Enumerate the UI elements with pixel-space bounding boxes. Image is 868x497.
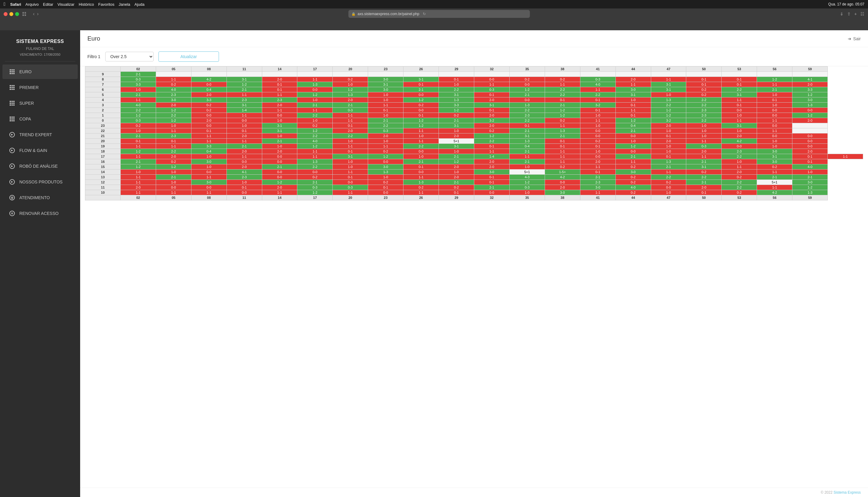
logout-button[interactable]: ➔ Sair xyxy=(848,36,861,41)
table-cell: 0-1 xyxy=(509,123,545,128)
table-cell: 1-2 xyxy=(297,92,333,98)
download-icon[interactable]: ⇓ xyxy=(840,12,843,16)
table-cell: 1-2 xyxy=(120,113,156,118)
table-cell: 0-0 xyxy=(333,180,368,185)
table-cell: 1-1 xyxy=(333,170,368,175)
table-cell: 1-1 xyxy=(757,128,792,133)
table-cell: 2-0 xyxy=(262,103,297,108)
table-cell: 2-2 xyxy=(120,108,156,113)
table-cell: 3-2 xyxy=(651,118,686,123)
col-footer: 11 xyxy=(226,195,262,200)
table-cell: 1-3 xyxy=(297,82,333,87)
table-cell: 0-3 xyxy=(686,144,722,149)
sidebar-label-nossos-produtos: NOSSOS PRODUTOS xyxy=(19,180,63,184)
table-cell: 0-2 xyxy=(156,82,191,87)
table-cell: 3-1 xyxy=(651,87,686,92)
menu-editar[interactable]: Editar xyxy=(43,2,53,7)
content-footer: © 2022 Sistema Express xyxy=(80,488,868,497)
table-cell: 0-2 xyxy=(509,77,545,82)
refresh-button[interactable]: ↻ xyxy=(423,12,426,16)
col-header: 08 xyxy=(191,67,226,72)
table-cell: 2-1 xyxy=(403,159,439,164)
table-cell: 1-2 xyxy=(403,123,439,128)
sidebar-item-super[interactable]: SUPER xyxy=(2,96,78,111)
table-cell: 2-1 xyxy=(792,175,828,180)
table-cell: 2-0 xyxy=(262,149,297,154)
table-cell: 2-1 xyxy=(509,92,545,98)
svg-rect-46 xyxy=(11,212,13,214)
table-cell: 1-1 xyxy=(545,154,580,159)
table-cell: 2-1 xyxy=(226,144,262,149)
row-label: 9 xyxy=(85,72,121,77)
table-cell: 4-2 xyxy=(191,77,226,82)
table-cell: 4-0 xyxy=(297,139,333,144)
forward-button[interactable]: › xyxy=(37,11,39,17)
sidebar-item-nossos-produtos[interactable]: NOSSOS PRODUTOS xyxy=(2,175,78,189)
url-text: axs.sistemaexpress.com.br/painel.php xyxy=(357,12,419,16)
sidebar-item-copa[interactable]: COPA xyxy=(2,112,78,126)
table-cell: 1-1 xyxy=(368,103,403,108)
table-cell: 1-3 xyxy=(509,103,545,108)
browser-nav: ‹ › xyxy=(33,11,39,17)
menu-safari[interactable]: Safari xyxy=(10,2,21,7)
table-cell: 0-0 xyxy=(616,149,651,154)
table-cell: 1-0 xyxy=(156,170,191,175)
apple-menu[interactable]:  xyxy=(4,1,5,7)
sidebar-item-atendimento[interactable]: ATENDIMENTO xyxy=(2,190,78,205)
table-cell: 1-1 xyxy=(156,190,191,195)
table-cell: 0-1 xyxy=(545,139,580,144)
row-label: 0 xyxy=(85,118,121,123)
table-cell: 4-3 xyxy=(509,175,545,180)
sidebar-item-flow-gain[interactable]: FLOW & GAIN xyxy=(2,143,78,158)
sidebar-item-trend-expert[interactable]: TREND EXPERT xyxy=(2,127,78,142)
back-button[interactable]: ‹ xyxy=(33,11,34,17)
table-cell: 1-1 xyxy=(545,149,580,154)
filter-select[interactable]: Over 2.5 Over 0.5 Over 1.5 Over 3.5 Over… xyxy=(105,52,153,61)
table-cell: 2-1 xyxy=(120,159,156,164)
new-tab-icon[interactable]: + xyxy=(854,12,857,16)
table-cell: 3-0 xyxy=(191,180,226,185)
logout-label: Sair xyxy=(853,36,861,41)
address-bar[interactable]: 🔒 axs.sistemaexpress.com.br/painel.php ↻ xyxy=(349,10,530,18)
table-cell: 2-0 xyxy=(474,164,509,170)
table-cell: 2-1 xyxy=(651,164,686,170)
table-cell: 0-1 xyxy=(722,77,757,82)
menu-arquivo[interactable]: Arquivo xyxy=(25,2,39,7)
close-button[interactable] xyxy=(4,12,8,16)
share-icon[interactable]: ⇧ xyxy=(847,12,851,16)
menu-ajuda[interactable]: Ajuda xyxy=(135,2,145,7)
table-cell: 2-2 xyxy=(156,113,191,118)
grid-container: 0205081114172023262932353841444750535659… xyxy=(80,66,868,488)
table-cell: 3-1 xyxy=(757,154,792,159)
sidebar-item-robo-analise[interactable]: ROBÔ DE ANÁLISE xyxy=(2,159,78,173)
table-cell: 1-1 xyxy=(722,118,757,123)
table-cell: 3-1 xyxy=(333,154,368,159)
table-cell: 1-1 xyxy=(509,154,545,159)
menu-visualizar[interactable]: Visualizar xyxy=(57,2,74,7)
table-cell: 0-1 xyxy=(226,128,262,133)
menu-janela[interactable]: Janela xyxy=(119,2,130,7)
table-cell: 2-2 xyxy=(368,123,403,128)
maximize-button[interactable] xyxy=(15,12,19,16)
table-cell: 0-0 xyxy=(722,108,757,113)
minimize-button[interactable] xyxy=(9,12,13,16)
sidebar-item-euro[interactable]: EURO xyxy=(2,65,78,79)
footer-link[interactable]: Sistema Express xyxy=(834,490,861,495)
col-footer: 41 xyxy=(580,195,616,200)
browser-chrome: ☷ ‹ › 🔒 axs.sistemaexpress.com.br/painel… xyxy=(0,9,868,30)
svg-rect-34 xyxy=(12,120,13,122)
table-cell: 2-1 xyxy=(686,180,722,185)
sidebar-item-premier[interactable]: PREMIER xyxy=(2,80,78,95)
menu-favoritos[interactable]: Favoritos xyxy=(98,2,114,7)
sidebar-item-renovar-acesso[interactable]: RENOVAR ACESSO xyxy=(2,206,78,221)
table-cell: 3-1 xyxy=(262,128,297,133)
menu-historico[interactable]: Histórico xyxy=(79,2,94,7)
svg-rect-16 xyxy=(12,89,13,90)
sidebar-toggle-icon[interactable]: ☷ xyxy=(22,11,26,17)
table-cell: 1-3 xyxy=(651,98,686,103)
update-button[interactable]: Atualizar xyxy=(159,52,219,62)
table-cell: 2-2 xyxy=(439,87,474,92)
table-cell: 1-3 xyxy=(439,98,474,103)
table-row: 92-1 xyxy=(85,72,863,77)
tabs-icon[interactable]: ☷ xyxy=(860,12,864,16)
